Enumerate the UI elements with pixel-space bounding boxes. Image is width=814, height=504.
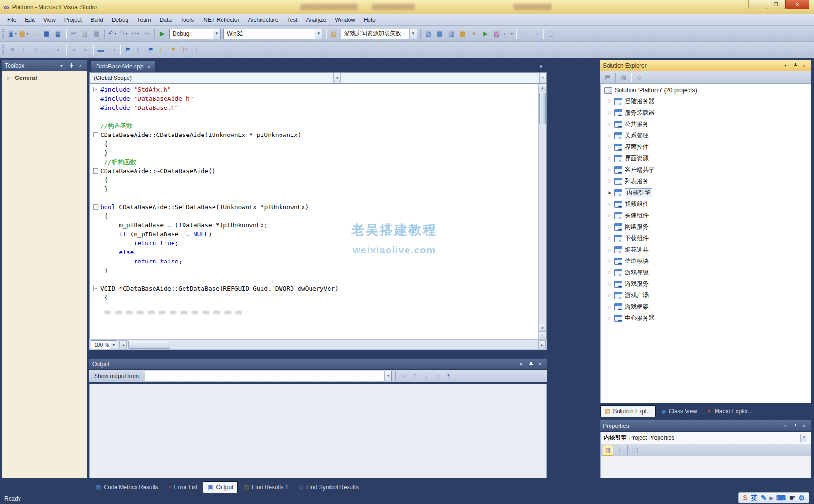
project-node[interactable]: ▷网络服务: [601, 221, 811, 233]
fold-marker-icon[interactable]: -: [93, 132, 98, 137]
project-node[interactable]: ▷游戏广场: [601, 290, 811, 301]
navigate-backward-icon[interactable]: ↩▾: [130, 28, 140, 39]
horizontal-scrollbar[interactable]: 100 % ▼ ◄ ►: [89, 339, 547, 350]
pin-icon[interactable]: [67, 62, 75, 69]
project-node[interactable]: ▷中心服务器: [601, 312, 811, 324]
paste-icon[interactable]: ▤: [91, 28, 102, 39]
expander-icon[interactable]: ▷: [607, 145, 613, 149]
alphabetical-icon[interactable]: ↕: [614, 445, 625, 456]
menu-project[interactable]: Project: [60, 15, 86, 25]
maximize-button[interactable]: ❐: [767, 0, 785, 9]
menu--net-reflector[interactable]: .NET Reflector: [198, 15, 243, 25]
pin-icon[interactable]: [791, 62, 799, 69]
new-project-icon[interactable]: ▣▾: [7, 28, 18, 39]
copy-icon[interactable]: ▥: [80, 28, 90, 39]
tab-output[interactable]: ▣Output: [203, 481, 238, 493]
save-all-icon[interactable]: ▩: [53, 28, 63, 39]
dropdown-arrow-icon[interactable]: ▼: [110, 341, 117, 349]
project-node[interactable]: ▷关系管理: [601, 130, 811, 141]
next-bookmark-icon[interactable]: ⚑: [145, 44, 156, 55]
comment-icon[interactable]: ▬: [96, 44, 106, 55]
undo-icon[interactable]: ↶▾: [107, 28, 117, 39]
tab-find-symbol-results[interactable]: ◎Find Symbol Results: [294, 481, 363, 493]
expander-icon[interactable]: ▷: [607, 133, 613, 138]
project-node[interactable]: ▷登陆服务器: [601, 96, 811, 107]
expander-icon[interactable]: ▶: [607, 190, 613, 195]
expander-icon[interactable]: ▷: [607, 224, 613, 229]
dropdown-arrow-icon[interactable]: ▼: [539, 73, 546, 83]
extension-manager-icon[interactable]: ▨: [492, 28, 502, 39]
dropdown-arrow-icon[interactable]: ▼: [384, 371, 391, 381]
project-node[interactable]: ▷游戏框架: [601, 301, 811, 312]
scroll-left-icon[interactable]: ◄: [119, 340, 127, 349]
menu-help[interactable]: Help: [359, 15, 380, 25]
keyboard-icon[interactable]: ⌨: [776, 494, 786, 501]
sogou-icon[interactable]: S: [743, 494, 747, 501]
close-icon[interactable]: ×: [800, 62, 808, 69]
close-button[interactable]: ✕: [785, 0, 809, 9]
menu-build[interactable]: Build: [86, 15, 107, 25]
property-pages-icon[interactable]: ▤: [630, 445, 640, 456]
tab-error-list[interactable]: ×Error List: [164, 481, 202, 493]
dropdown-arrow-icon[interactable]: ▾: [137, 31, 139, 36]
menu-file[interactable]: File: [3, 15, 20, 25]
window-position-icon[interactable]: ▾: [781, 422, 789, 429]
clear-bookmarks-icon[interactable]: ⚐: [180, 44, 190, 55]
expander-icon[interactable]: ▷: [607, 270, 613, 275]
hand-icon[interactable]: ☛: [789, 494, 795, 501]
tab-macro-explorer[interactable]: ✦Macro Explor...: [703, 405, 757, 417]
toolbox-item-general[interactable]: ▷ General: [2, 71, 87, 81]
expander-icon[interactable]: ▷: [607, 259, 613, 263]
tab-code-metrics-results[interactable]: ▦Code Metrics Results: [91, 481, 162, 493]
members-combo[interactable]: ▼: [341, 73, 546, 83]
menu-architecture[interactable]: Architecture: [243, 15, 282, 25]
expander-icon[interactable]: ▷: [607, 281, 613, 286]
toggle-bookmark-icon[interactable]: ⚑: [123, 44, 133, 55]
dropdown-arrow-icon[interactable]: ▾: [15, 31, 17, 36]
expander-icon[interactable]: ▷: [607, 304, 613, 309]
output-source-combo[interactable]: ▼: [145, 371, 392, 381]
solution-configurations-combo[interactable]: Debug ▼: [169, 29, 221, 39]
fold-marker-icon[interactable]: -: [93, 168, 98, 174]
dropdown-arrow-icon[interactable]: ▾: [511, 31, 513, 36]
minimize-button[interactable]: —: [748, 0, 766, 9]
expander-icon[interactable]: ▷: [607, 293, 613, 298]
project-node[interactable]: ▷服务装载器: [601, 107, 811, 118]
expander-icon[interactable]: ▷: [607, 99, 613, 104]
document-list-icon[interactable]: ▼: [535, 64, 547, 72]
expander-icon[interactable]: ▷: [607, 167, 613, 172]
zoom-combo[interactable]: 100 % ▼: [91, 340, 117, 349]
scrollbar-thumb[interactable]: [539, 93, 546, 124]
previous-message-icon[interactable]: ↥: [409, 370, 420, 381]
start-debug-icon[interactable]: ▶: [157, 28, 167, 39]
vertical-scrollbar[interactable]: ▲ ▼ ≡: [538, 84, 546, 339]
next-bookmark-folder-icon[interactable]: ⚑: [168, 44, 179, 55]
window-position-icon[interactable]: ▾: [781, 62, 789, 69]
output-body[interactable]: [89, 384, 547, 478]
project-node[interactable]: ▷游戏等级: [601, 267, 811, 278]
project-node[interactable]: ▷烟花道具: [601, 244, 811, 255]
add-new-item-icon[interactable]: ▤▾: [19, 28, 29, 39]
lang-icon[interactable]: 英: [751, 494, 757, 501]
object-browser-icon[interactable]: ▥: [446, 28, 456, 39]
close-icon[interactable]: ×: [536, 360, 544, 368]
view-class-diagram-icon[interactable]: ◇: [634, 72, 644, 83]
menu-data[interactable]: Data: [155, 15, 176, 25]
menu-debug[interactable]: Debug: [107, 15, 133, 25]
solution-root-node[interactable]: Solution 'Platform' (20 projects): [601, 85, 811, 96]
toolbox-icon[interactable]: ▦: [457, 28, 468, 39]
dropdown-arrow-icon[interactable]: ▼: [315, 29, 322, 39]
project-node[interactable]: ▷公共服务: [601, 118, 811, 130]
project-node[interactable]: ▷下载组件: [601, 233, 811, 244]
brush-icon[interactable]: ✎: [761, 494, 766, 501]
project-node[interactable]: ▷界面资源: [601, 153, 811, 164]
clear-all-icon[interactable]: ×: [432, 370, 443, 381]
error-list-icon[interactable]: ×: [469, 28, 479, 39]
scroll-down-icon[interactable]: ▼: [539, 324, 546, 331]
increase-indent-icon[interactable]: »: [80, 44, 90, 55]
navigate-forward-icon[interactable]: ↪: [141, 28, 152, 39]
properties-object-combo[interactable]: 内核引擎 Project Properties ▼: [600, 432, 811, 444]
tab-solution-explorer[interactable]: ▧Solution Expl...: [600, 405, 656, 417]
project-node[interactable]: ▷界面控件: [601, 141, 811, 153]
member-list-icon[interactable]: ≡: [7, 44, 18, 55]
